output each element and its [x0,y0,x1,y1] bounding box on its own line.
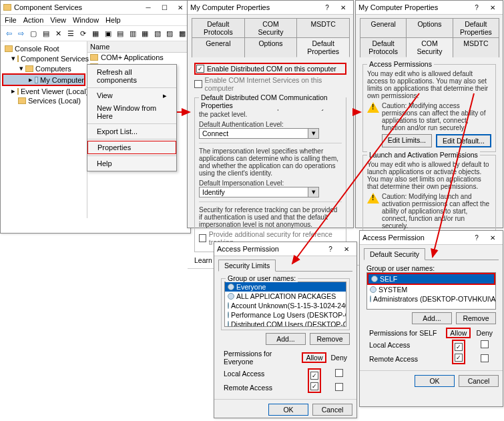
deny-remote-checkbox[interactable] [335,383,343,391]
checkbox-icon[interactable]: ✓ [196,65,204,73]
tab-general[interactable]: General [192,37,245,57]
tb-icon-c[interactable]: ▥ [127,27,138,39]
ctx-properties[interactable]: Properties [87,141,176,154]
ok-button[interactable]: OK [415,375,455,387]
tree-computers[interactable]: ▾Computers [2,63,85,73]
checkbox-icon[interactable] [194,80,202,88]
help-icon[interactable]: ? [323,244,338,254]
ctx-export[interactable]: Export List... [87,125,176,137]
auth-combo[interactable]: Connect▾ [199,128,319,139]
tab-com-security[interactable]: COM Security [244,18,298,37]
tab-default-protocols[interactable]: Default Protocols [192,18,245,37]
cancel-button[interactable]: Cancel [459,375,499,387]
tab-default-properties[interactable]: Default Properties [296,37,350,57]
delete-icon[interactable]: ✕ [53,27,64,39]
props1-title: My Computer Properties [190,3,270,11]
enable-dcom-row[interactable]: ✓ Enable Distributed COM on this compute… [194,63,346,75]
user-icon [228,302,229,309]
close-icon[interactable]: ✕ [173,2,188,13]
help-icon[interactable]: ? [469,2,484,13]
ctx-view[interactable]: View▸ [87,89,176,102]
list-item[interactable]: Account Unknown(S-1-15-3-1024-2405443489… [225,301,346,310]
checkbox-icon[interactable] [199,234,206,242]
maximize-icon[interactable]: ☐ [157,2,172,13]
back-icon[interactable]: ⇦ [3,27,15,39]
remove-button[interactable]: Remove [456,312,496,324]
tree-services[interactable]: Services (Local) [2,96,85,105]
show-hide-icon[interactable]: ▤ [41,27,52,39]
list-item[interactable]: Performance Log Users (DESKTOP-OTVHKUI\P… [225,310,346,320]
user-icon [228,321,229,327]
tab-options[interactable]: Options [244,37,298,57]
tab-default-protocols[interactable]: Default Protocols [360,37,407,57]
menu-view[interactable]: View [50,16,66,24]
allow-remote-checkbox[interactable]: ✓ [310,382,318,390]
tab-options[interactable]: Options [406,18,453,37]
tree-my-computer[interactable]: ▸My Computer [2,73,85,86]
add-button[interactable]: Add... [266,333,306,345]
help-icon[interactable]: ? [469,232,484,243]
close-icon[interactable]: ✕ [485,2,500,13]
list-item-system[interactable]: SYSTEM [367,285,495,294]
user-listbox[interactable]: Everyone ALL APPLICATION PACKAGES Accoun… [224,282,346,327]
ok-button[interactable]: OK [268,404,308,416]
edit-default-button[interactable]: Edit Default... [436,134,491,147]
allow-remote-checkbox[interactable]: ✓ [455,354,463,362]
close-icon[interactable]: ✕ [336,2,350,13]
minimize-icon[interactable]: ─ [141,2,156,13]
allow-local-checkbox[interactable]: ✓ [310,372,318,380]
list-header[interactable]: Name [87,41,190,53]
tab-default-security[interactable]: Default Security [364,248,425,260]
deny-local-checkbox[interactable] [481,340,489,348]
deny-remote-checkbox[interactable] [481,354,489,362]
access-perm-limits: Access Permission ? ✕ Security Limits Gr… [214,242,357,418]
list-item[interactable]: Distributed COM Users (DESKTOP-OTVHKUI\D… [225,320,346,327]
tab-com-security[interactable]: COM Security [406,37,453,57]
ctx-help[interactable]: Help [87,157,176,169]
tb-icon-f[interactable]: ▨ [164,27,176,39]
tab-general[interactable]: General [360,18,407,37]
up-icon[interactable]: ▢ [28,27,39,39]
allow-local-checkbox[interactable]: ✓ [455,343,463,351]
export-icon[interactable]: ▦ [90,27,101,39]
list-item-com-apps[interactable]: COM+ Applications [87,53,190,62]
list-item-everyone[interactable]: Everyone [225,282,346,292]
menu-help[interactable]: Help [105,16,121,24]
ctx-new-window[interactable]: New Window from Here [87,102,176,122]
tb-icon-d[interactable]: ▦ [140,27,151,39]
help-icon[interactable]: ? [320,2,334,13]
tab-security-limits[interactable]: Security Limits [218,260,276,272]
tb-icon-b[interactable]: ▤ [115,27,126,39]
tb-icon-g[interactable]: ▩ [176,27,188,39]
add-button[interactable]: Add... [412,312,452,324]
forward-icon[interactable]: ⇨ [16,27,27,39]
list-item-admins[interactable]: Administrators (DESKTOP-OTVHKUI\Administ… [367,294,495,304]
user-listbox[interactable]: SELF SYSTEM Administrators (DESKTOP-OTVH… [366,272,496,310]
tab-msdtc[interactable]: MSDTC [296,18,350,37]
user-icon [228,284,234,290]
deny-local-checkbox[interactable] [335,369,343,377]
close-icon[interactable]: ✕ [485,232,500,243]
menu-window[interactable]: Window [73,16,99,24]
imp-combo[interactable]: Identify▾ [199,187,319,197]
list-item-self[interactable]: SELF [367,273,495,285]
menu-action[interactable]: Action [23,16,44,24]
menu-file[interactable]: File [5,16,17,24]
edit-limits-button[interactable]: Edit Limits... [382,134,432,147]
tab-default-properties[interactable]: Default Properties [453,18,499,37]
tab-msdtc[interactable]: MSDTC [453,37,499,57]
tree-console-root[interactable]: Console Root [2,44,85,53]
properties-icon[interactable]: ☰ [65,27,77,39]
cancel-button[interactable]: Cancel [312,404,352,416]
tree-event-viewer[interactable]: ▸Event Viewer (Local) [2,86,85,96]
enable-cis-row[interactable]: Enable COM Internet Services on this com… [194,76,346,92]
list-item[interactable]: ALL APPLICATION PACKAGES [225,292,346,301]
close-icon[interactable]: ✕ [339,244,354,254]
tb-icon-e[interactable]: ▧ [152,27,163,39]
tb-icon-a[interactable]: ▣ [102,27,113,39]
ctx-refresh-all[interactable]: Refresh all components [87,66,176,86]
tree-component-services[interactable]: ▾Component Services [2,53,85,63]
refresh-icon[interactable]: ⟳ [77,27,89,39]
remove-button[interactable]: Remove [310,333,350,345]
allow-header: Allow [446,328,471,338]
